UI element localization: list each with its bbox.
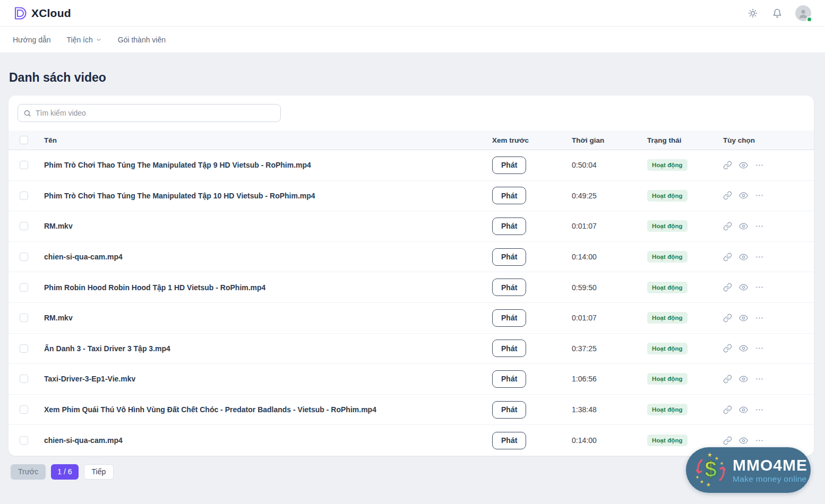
row-checkbox[interactable] (20, 283, 28, 292)
status-badge: Hoạt động (647, 343, 688, 354)
row-checkbox[interactable] (20, 375, 28, 383)
more-options-button[interactable] (755, 344, 764, 353)
more-options-button[interactable] (755, 253, 764, 262)
table-row: Ẩn Danh 3 - Taxi Driver 3 Tập 3.mp4 Phát… (8, 334, 814, 364)
link-icon (723, 191, 732, 200)
ellipsis-icon (755, 253, 764, 262)
play-button[interactable]: Phát (492, 218, 526, 235)
video-list-card: Tên Xem trước Thời gian Trạng thái Tùy c… (8, 95, 814, 456)
play-button[interactable]: Phát (492, 370, 526, 388)
preview-button[interactable] (739, 222, 748, 231)
row-checkbox[interactable] (20, 161, 28, 169)
row-checkbox[interactable] (20, 192, 28, 200)
nav-item-tien-ich[interactable]: Tiện ích (66, 36, 101, 44)
video-duration: 0:01:07 (572, 314, 597, 322)
status-badge: Hoạt động (647, 312, 688, 324)
eye-icon (739, 344, 748, 353)
previous-page-button[interactable]: Trước (11, 464, 46, 480)
mmo4me-logo-icon: ★ ★ ★ ★ ★ ★ $ (691, 450, 731, 490)
play-button[interactable]: Phát (492, 340, 526, 357)
play-button[interactable]: Phát (492, 309, 526, 327)
svg-text:★: ★ (695, 475, 699, 480)
link-icon (723, 253, 732, 262)
more-options-button[interactable] (755, 191, 764, 200)
watermark-subtitle: Make money online (733, 475, 807, 483)
brand-logo-icon (13, 6, 27, 20)
video-duration: 0:14:00 (572, 436, 597, 445)
preview-button[interactable] (739, 375, 748, 384)
play-button[interactable]: Phát (492, 157, 526, 174)
preview-button[interactable] (739, 253, 748, 262)
play-button[interactable]: Phát (492, 432, 526, 449)
copy-link-button[interactable] (723, 191, 732, 200)
eye-icon (739, 405, 748, 414)
row-checkbox[interactable] (20, 253, 28, 261)
eye-icon (739, 191, 748, 200)
user-avatar[interactable] (795, 5, 811, 21)
preview-button[interactable] (739, 191, 748, 200)
ellipsis-icon (755, 375, 764, 384)
table-row: Taxi-Driver-3-Ep1-Vie.mkv Phát 1:06:56 H… (8, 364, 814, 395)
eye-icon (739, 253, 748, 262)
more-options-button[interactable] (755, 405, 764, 414)
copy-link-button[interactable] (723, 222, 732, 231)
play-button[interactable]: Phát (492, 248, 526, 266)
eye-icon (739, 436, 748, 445)
play-button[interactable]: Phát (492, 187, 526, 204)
ellipsis-icon (755, 283, 764, 292)
chevron-down-icon (96, 37, 102, 43)
row-checkbox[interactable] (20, 222, 28, 230)
ellipsis-icon (755, 161, 764, 170)
watermark-title: MMO4ME (733, 457, 807, 474)
next-page-button[interactable]: Tiếp (84, 464, 114, 480)
table-row: Phim Robin Hood Robin Hood Tập 1 HD Viet… (8, 272, 814, 303)
copy-link-button[interactable] (723, 253, 732, 262)
column-name: Tên (44, 136, 57, 144)
brand[interactable]: XCloud (13, 6, 71, 20)
top-header: XCloud (0, 0, 825, 27)
select-all-checkbox[interactable] (20, 136, 28, 144)
table-row: Xem Phim Quái Thú Vô Hình Vùng Đất Chết … (8, 395, 814, 425)
more-options-button[interactable] (755, 283, 764, 292)
copy-link-button[interactable] (723, 375, 732, 384)
eye-icon (739, 283, 748, 292)
copy-link-button[interactable] (723, 344, 732, 353)
more-options-button[interactable] (755, 314, 764, 323)
play-button[interactable]: Phát (492, 401, 526, 419)
theme-toggle-button[interactable] (746, 7, 759, 20)
play-button[interactable]: Phát (492, 279, 526, 296)
search-box (18, 104, 281, 122)
row-checkbox[interactable] (20, 436, 28, 445)
copy-link-button[interactable] (723, 314, 732, 323)
status-badge: Hoạt động (647, 251, 688, 263)
search-input[interactable] (36, 109, 275, 117)
more-options-button[interactable] (755, 161, 764, 170)
table-row: RM.mkv Phát 0:01:07 Hoạt động (8, 211, 814, 242)
ellipsis-icon (755, 191, 764, 200)
nav-item-huong-dan[interactable]: Hướng dẫn (13, 36, 50, 44)
copy-link-button[interactable] (723, 283, 732, 292)
more-options-button[interactable] (755, 375, 764, 384)
copy-link-button[interactable] (723, 436, 732, 445)
preview-button[interactable] (739, 436, 748, 445)
preview-button[interactable] (739, 161, 748, 170)
nav-item-goi-thanh-vien[interactable]: Gói thành viên (118, 36, 166, 44)
row-checkbox[interactable] (20, 314, 28, 322)
notifications-button[interactable] (771, 7, 784, 20)
more-options-button[interactable] (755, 436, 764, 445)
more-options-button[interactable] (755, 222, 764, 231)
copy-link-button[interactable] (723, 161, 732, 170)
eye-icon (739, 375, 748, 384)
link-icon (723, 436, 732, 445)
row-checkbox[interactable] (20, 405, 28, 414)
status-badge: Hoạt động (647, 190, 688, 202)
row-checkbox[interactable] (20, 344, 28, 353)
ellipsis-icon (755, 436, 764, 445)
preview-button[interactable] (739, 405, 748, 414)
video-name: Taxi-Driver-3-Ep1-Vie.mkv (44, 375, 135, 383)
preview-button[interactable] (739, 344, 748, 353)
preview-button[interactable] (739, 283, 748, 292)
column-options: Tùy chọn (723, 136, 755, 144)
copy-link-button[interactable] (723, 405, 732, 414)
preview-button[interactable] (739, 314, 748, 323)
